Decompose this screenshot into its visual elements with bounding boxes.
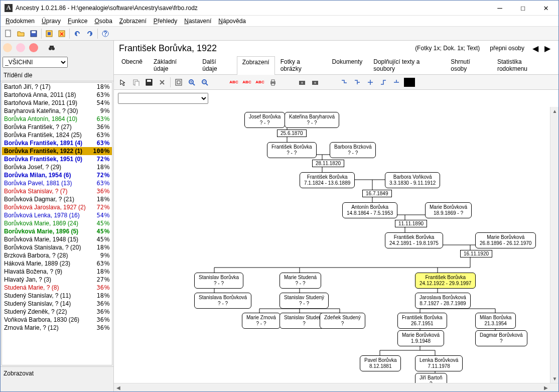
- layout-button-4[interactable]: [377, 76, 389, 88]
- tree-node[interactable]: František Borůvka7.1.1824 - 13.6.1889: [300, 172, 355, 188]
- prev-person-button[interactable]: ◀: [529, 44, 541, 53]
- tree-node[interactable]: Antonín Borůvka14.8.1864 - 7.5.1953: [342, 202, 397, 218]
- close-view-button[interactable]: [156, 76, 168, 88]
- person-row[interactable]: Borůvková Marie, 1948 (15)45%: [2, 235, 112, 243]
- person-row[interactable]: Baryharová Kateřina, ? (30)9%: [2, 107, 112, 115]
- tree-node[interactable]: Stanislav Borůvka? - ?: [194, 273, 243, 289]
- color-button[interactable]: [403, 76, 415, 88]
- person-row[interactable]: Borůvková Jaroslava, 1927 (2)72%: [2, 203, 112, 211]
- layout-button-2[interactable]: [351, 76, 363, 88]
- zoom-out-button[interactable]: [199, 76, 211, 88]
- menu-nápověda[interactable]: Nápověda: [215, 17, 249, 26]
- menu-nastavení[interactable]: Nastavení: [181, 17, 214, 26]
- select-tool-button[interactable]: [117, 76, 129, 88]
- person-row[interactable]: Hlavatý Jan, ? (3)27%: [2, 276, 112, 284]
- person-row[interactable]: Borůvková Marie, 1896 (5)45%: [2, 227, 112, 235]
- tree-node[interactable]: Pavel Borůvka8.12.1881: [360, 355, 401, 371]
- tab-1[interactable]: Základní údaje: [148, 56, 197, 74]
- menu-funkce[interactable]: Funkce: [65, 17, 90, 26]
- person-row[interactable]: Brzková Barbora, ? (28)9%: [2, 251, 112, 259]
- tab-4[interactable]: Fotky a obrázky: [275, 56, 327, 74]
- menu-zobrazení[interactable]: Zobrazení: [116, 17, 150, 26]
- help-button[interactable]: ?: [99, 28, 111, 40]
- new-file-button[interactable]: [3, 28, 15, 40]
- tree-node[interactable]: Marie Borůvková1.9.1948: [397, 330, 444, 346]
- tree-node[interactable]: Milan Borůvka21.3.1954: [475, 313, 516, 329]
- person-row[interactable]: Borůvka František, 1951 (0)72%: [2, 155, 112, 163]
- next-person-button[interactable]: ▶: [541, 44, 553, 53]
- undo-button[interactable]: [71, 28, 83, 40]
- maximize-button[interactable]: ☐: [511, 1, 534, 16]
- person-row[interactable]: Zrnová Marie, ? (12)36%: [2, 324, 112, 332]
- scroll-up-button[interactable]: ▲: [550, 107, 558, 115]
- scroll-left-button[interactable]: ◀: [114, 383, 122, 391]
- tree-node[interactable]: Barbora Voňková3.3.1830 - 9.11.1912: [385, 172, 440, 188]
- layout-button-3[interactable]: [364, 76, 376, 88]
- filter-select[interactable]: _VŠICHNI: [3, 57, 68, 68]
- person-list[interactable]: Bartoň Jiří, ? (17)18%Bartoňová Anna, 20…: [2, 82, 112, 365]
- tab-8[interactable]: Statistika rodokmenu: [492, 56, 556, 74]
- switch-persons-link[interactable]: přepni osoby: [490, 45, 524, 52]
- person-row[interactable]: Studený Stanislav, ? (11)18%: [2, 292, 112, 300]
- tree-node[interactable]: Barbora Brzková? - ?: [330, 142, 376, 158]
- tree-node[interactable]: Stanislav Studený? - ?: [280, 293, 329, 309]
- person-row[interactable]: Borůvka Antonín, 1864 (10)63%: [2, 115, 112, 123]
- person-row[interactable]: Háková Marie, 1889 (23)63%: [2, 259, 112, 268]
- person-row[interactable]: Voňková Barbora, 1830 (26)36%: [2, 316, 112, 324]
- person-row[interactable]: Borůvková Stanislava, ? (20)18%: [2, 243, 112, 251]
- tree-node[interactable]: Marie Zrnová? - ?: [242, 313, 281, 329]
- export-button[interactable]: [43, 28, 55, 40]
- minimize-button[interactable]: —: [488, 1, 511, 16]
- person-row[interactable]: Borůvková Marie, 1869 (24)45%: [2, 219, 112, 227]
- save-button[interactable]: [28, 28, 40, 40]
- person-row[interactable]: Borůvka František, ? (27)36%: [2, 123, 112, 131]
- tree-canvas[interactable]: Josef Borůvka? - ?Kateřina Baryharová? -…: [114, 107, 558, 391]
- photo-button-1[interactable]: [296, 76, 308, 88]
- view-select[interactable]: [118, 93, 208, 104]
- person-row[interactable]: Studený Zdeněk, ? (22)36%: [2, 308, 112, 316]
- tree-node[interactable]: Marie Borůvková18.9.1869 - ?: [425, 202, 472, 218]
- zoom-in-button[interactable]: [186, 76, 198, 88]
- tree-node[interactable]: Stanislava Borůvková? - ?: [194, 293, 251, 309]
- abc-button-1[interactable]: ABC: [228, 76, 240, 88]
- person-row[interactable]: Borůvková Dagmar, ? (21)18%: [2, 195, 112, 203]
- menu-rodokmen[interactable]: Rodokmen: [3, 17, 38, 26]
- tree-node[interactable]: Jaroslava Borůvková8.7.1927 - 28.7.1989: [415, 293, 471, 309]
- person-row[interactable]: Borůvková Lenka, 1978 (16)54%: [2, 211, 112, 219]
- tree-node[interactable]: František Borůvka? - ?: [267, 142, 317, 158]
- tab-6[interactable]: Doplňující texty a soubory: [368, 56, 445, 74]
- person-row[interactable]: Studená Marie, ? (8)36%: [2, 284, 112, 292]
- person-row[interactable]: Bartoňová Marie, 2011 (19)54%: [2, 99, 112, 107]
- fit-button[interactable]: [173, 76, 185, 88]
- tree-node[interactable]: Lenka Borůvková7.11.1978: [415, 355, 463, 371]
- tree-node[interactable]: František Borůvka24.12.1922 - 29.9.1997: [415, 273, 476, 289]
- tab-0[interactable]: Obecně: [116, 56, 148, 74]
- tree-node[interactable]: Marie Studená? - ?: [280, 273, 321, 289]
- tree-node[interactable]: Kateřina Baryharová? - ?: [285, 112, 339, 128]
- horizontal-scrollbar[interactable]: ◀ ▶: [114, 383, 558, 391]
- person-row[interactable]: Bartoň Jiří, ? (17)18%: [2, 83, 112, 91]
- layout-button-1[interactable]: [338, 76, 350, 88]
- person-row[interactable]: Bartoňová Anna, 2011 (18)63%: [2, 91, 112, 99]
- tree-node[interactable]: Marie Borůvková26.8.1896 - 26.12.1970: [475, 232, 536, 248]
- menu-přehledy[interactable]: Přehledy: [151, 17, 180, 26]
- scroll-down-button[interactable]: ▼: [550, 374, 558, 383]
- tree-node[interactable]: Dagmar Borůvková?: [475, 330, 527, 346]
- male-filter-button[interactable]: [2, 42, 14, 54]
- person-row[interactable]: Borůvka Stanislav, ? (7)36%: [2, 187, 112, 195]
- person-row[interactable]: Borůvka František, 1824 (25)63%: [2, 131, 112, 139]
- tree-node[interactable]: František Borůvka26.7.1951: [397, 313, 447, 329]
- copy-button[interactable]: [130, 76, 142, 88]
- abc-button-3[interactable]: ABC: [254, 76, 266, 88]
- abc-button-2[interactable]: ABC: [241, 76, 253, 88]
- close-button[interactable]: ✕: [534, 1, 557, 16]
- print-button[interactable]: [267, 76, 279, 88]
- person-row[interactable]: Borůvka Milan, 1954 (6)72%: [2, 171, 112, 179]
- tab-2[interactable]: Další údaje: [197, 56, 236, 74]
- person-row[interactable]: Borůvka František, 1922 (1)100%: [2, 147, 112, 155]
- scroll-right-button[interactable]: ▶: [541, 383, 550, 391]
- tree-node[interactable]: František Borůvka24.2.1891 - 19.8.1975: [385, 232, 443, 248]
- tab-3[interactable]: Zobrazení: [237, 56, 275, 75]
- menu-osoba[interactable]: Osoba: [91, 17, 115, 26]
- layout-button-5[interactable]: [390, 76, 402, 88]
